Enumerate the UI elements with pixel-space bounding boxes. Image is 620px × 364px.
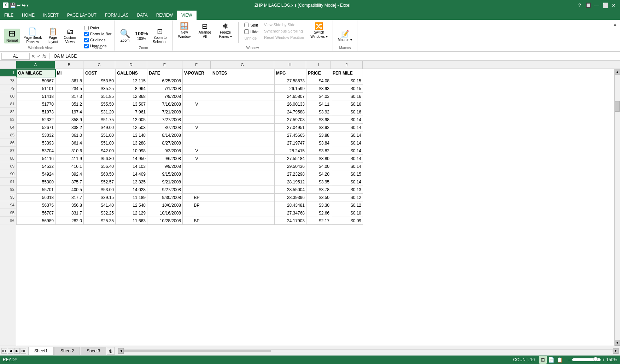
cell-c92[interactable]: $53.00 [84, 186, 116, 194]
arrange-all-button[interactable]: ⊟ ArrangeAll [196, 22, 214, 40]
cell-j80[interactable]: $0.16 [331, 93, 363, 100]
cell-f84[interactable]: V [183, 124, 211, 131]
cell-c95[interactable]: $32.25 [84, 209, 116, 217]
cell-c96[interactable]: $25.35 [84, 217, 116, 225]
cell-a91[interactable]: 55300 [17, 178, 55, 186]
cell-h94[interactable]: 28.43481 [275, 201, 306, 209]
cell-b93[interactable]: 317.7 [55, 194, 84, 201]
hide-button[interactable]: Hide [243, 29, 260, 35]
cell-g79[interactable] [211, 85, 275, 93]
h-scroll-track[interactable] [124, 350, 613, 352]
cell-i78[interactable]: $4.08 [306, 77, 331, 85]
cell-e85[interactable]: 8/14/2008 [147, 131, 183, 139]
cell-c78[interactable]: $53.50 [84, 77, 116, 85]
cell-f79[interactable] [183, 85, 211, 93]
page-break-status-button[interactable]: 📋 [556, 356, 564, 364]
cell-c80[interactable]: $51.85 [84, 93, 116, 100]
reset-window-button[interactable]: Reset Window Position [263, 35, 305, 40]
cell-j91[interactable]: $0.14 [331, 178, 363, 186]
cell-d86[interactable]: 13.288 [116, 139, 147, 147]
cell-b80[interactable]: 317.3 [55, 93, 84, 100]
row-num-88[interactable]: 88 [0, 154, 16, 162]
cell-g92[interactable] [211, 186, 275, 194]
gridlines-checkbox[interactable]: Gridlines [84, 38, 112, 42]
cell-c89[interactable]: $56.40 [84, 163, 116, 170]
cell-d79[interactable]: 8.964 [116, 85, 147, 93]
cell-g81[interactable] [211, 100, 275, 108]
h-scroll-thumb[interactable] [124, 350, 271, 352]
row-num-90[interactable]: 90 [0, 170, 16, 178]
view-side-by-side-button[interactable]: View Side by Side [263, 22, 305, 28]
cell-h85[interactable]: 27.45665 [275, 131, 306, 139]
cell-e92[interactable]: 9/27/2008 [147, 186, 183, 194]
sheet-tab-3[interactable]: Sheet3 [81, 347, 106, 355]
cell-i94[interactable]: $3.30 [306, 201, 331, 209]
cell-e83[interactable]: 7/27/2008 [147, 116, 183, 124]
cell-c86[interactable]: $51.00 [84, 139, 116, 147]
cell-b91[interactable]: 375.7 [55, 178, 84, 186]
redo-icon[interactable]: ↪ [22, 2, 26, 8]
page-layout-button[interactable]: 📋 PageLayout [46, 27, 60, 45]
cell-e90[interactable]: 9/15/2008 [147, 170, 183, 178]
formula-input[interactable] [52, 54, 619, 59]
row-num-92[interactable]: 92 [0, 186, 16, 193]
maximize-button[interactable]: ⬜ [602, 2, 609, 9]
cell-e88[interactable]: 9/6/2008 [147, 155, 183, 163]
cell-b90[interactable]: 392.4 [55, 170, 84, 178]
cell-h79[interactable]: 26.1599 [275, 85, 306, 93]
cell-j96[interactable]: $0.09 [331, 217, 363, 225]
cell-i91[interactable]: $3.95 [306, 178, 331, 186]
col-header-f[interactable]: F [182, 61, 211, 69]
cell-b96[interactable]: 282.0 [55, 217, 84, 225]
zoom-slider-thumb[interactable] [593, 357, 598, 361]
cell-a85[interactable]: 53032 [17, 131, 55, 139]
cell-d90[interactable]: 14.409 [116, 170, 147, 178]
formula-bar-checkbox-input[interactable] [84, 32, 89, 36]
cell-h91[interactable]: 28.19512 [275, 178, 306, 186]
cell-j1[interactable]: PER MILE [331, 69, 363, 77]
cell-c90[interactable]: $60.50 [84, 170, 116, 178]
cell-f91[interactable] [183, 178, 211, 186]
cell-j81[interactable]: $0.16 [331, 100, 363, 108]
cell-d94[interactable]: 12.548 [116, 201, 147, 209]
cell-b83[interactable]: 358.9 [55, 116, 84, 124]
cell-i95[interactable]: $2.66 [306, 209, 331, 217]
cell-h84[interactable]: 27.04951 [275, 124, 306, 131]
cell-a83[interactable]: 52332 [17, 116, 55, 124]
cell-i82[interactable]: $3.92 [306, 108, 331, 116]
col-header-i[interactable]: I [306, 61, 331, 69]
cell-e89[interactable]: 9/9/2008 [147, 163, 183, 170]
cell-b94[interactable]: 356.8 [55, 201, 84, 209]
cell-c79[interactable]: $35.25 [84, 85, 116, 93]
cell-c84[interactable]: $49.00 [84, 124, 116, 131]
zoom-control[interactable]: − + 150% [568, 357, 617, 363]
split-checkbox[interactable] [244, 23, 249, 27]
formula-bar-checkbox[interactable]: Formula Bar [84, 32, 112, 36]
cell-h88[interactable]: 27.55184 [275, 155, 306, 163]
cell-j90[interactable]: $0.15 [331, 170, 363, 178]
cell-f83[interactable] [183, 116, 211, 124]
cell-f89[interactable] [183, 163, 211, 170]
row-num-96[interactable]: 96 [0, 217, 16, 224]
quick-access-toolbar[interactable]: 💾 ↩ ↪ ▾ [10, 2, 29, 8]
cell-f90[interactable] [183, 170, 211, 178]
last-sheet-button[interactable]: ⏭ [21, 348, 26, 354]
cell-b92[interactable]: 400.5 [55, 186, 84, 194]
cell-e78[interactable]: 6/25/2008 [147, 77, 183, 85]
tab-home[interactable]: HOME [18, 11, 39, 20]
cell-i90[interactable]: $4.20 [306, 170, 331, 178]
cell-e96[interactable]: 10/28/2008 [147, 217, 183, 225]
cell-j92[interactable]: $0.13 [331, 186, 363, 194]
scroll-track[interactable] [615, 75, 620, 340]
cell-h78[interactable]: 27.58673 [275, 77, 306, 85]
cell-g94[interactable] [211, 201, 275, 209]
cell-h83[interactable]: 27.59708 [275, 116, 306, 124]
ribbon-display-button[interactable]: 🔲 [585, 2, 592, 9]
cell-a94[interactable]: 56375 [17, 201, 55, 209]
cell-i87[interactable]: $3.82 [306, 147, 331, 155]
cell-i84[interactable]: $3.92 [306, 124, 331, 131]
cell-g83[interactable] [211, 116, 275, 124]
custom-views-button[interactable]: 🗂 CustomViews [62, 27, 78, 45]
prev-sheet-button[interactable]: ◀ [8, 348, 13, 354]
cell-a90[interactable]: 54924 [17, 170, 55, 178]
